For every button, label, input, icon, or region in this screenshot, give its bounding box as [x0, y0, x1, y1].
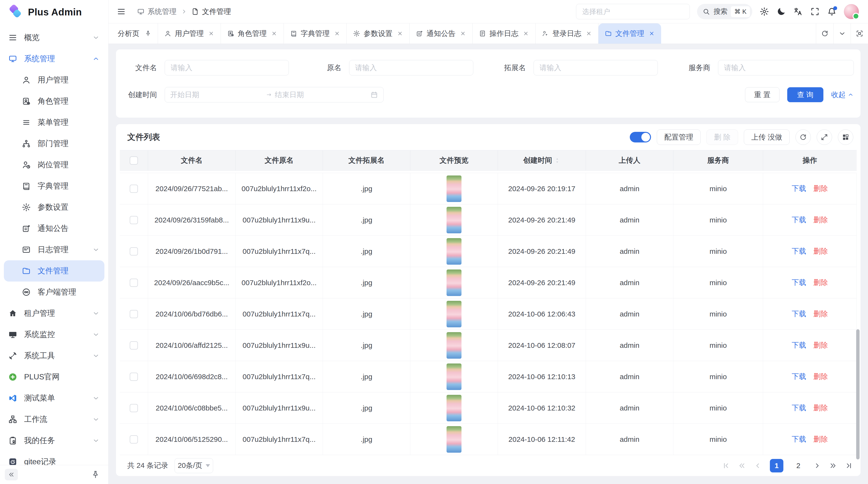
global-search[interactable]: 搜索 ⌘ K	[697, 4, 752, 19]
tab[interactable]: 登录日志	[535, 23, 598, 44]
breadcrumb-item[interactable]: 文件管理	[191, 7, 231, 17]
delete-link[interactable]: 删除	[813, 340, 828, 350]
collapse-filters-link[interactable]: 收起	[831, 90, 854, 100]
table-scrollbar-thumb[interactable]	[856, 329, 860, 459]
download-link[interactable]: 下载	[792, 246, 806, 256]
last-page-icon[interactable]	[845, 462, 853, 470]
column-header[interactable]: 文件原名	[236, 151, 323, 170]
column-header[interactable]: 服务商	[674, 151, 763, 170]
sidebar-item[interactable]: 系统监控	[4, 324, 104, 345]
tab[interactable]: 文件管理	[598, 23, 661, 44]
file-preview-image[interactable]	[446, 426, 462, 453]
sidebar-item[interactable]: 通知公告	[4, 218, 104, 239]
file-preview-image[interactable]	[446, 238, 462, 265]
close-icon[interactable]	[208, 30, 214, 37]
sidebar-item[interactable]: 我的任务	[4, 430, 104, 451]
tab[interactable]: 分析页	[112, 23, 158, 44]
download-link[interactable]: 下载	[792, 278, 806, 288]
sidebar-item[interactable]: 部门管理	[4, 133, 104, 154]
next-icon[interactable]	[813, 462, 821, 470]
prev-double-icon[interactable]	[738, 462, 746, 470]
row-checkbox[interactable]	[130, 185, 138, 193]
close-icon[interactable]	[397, 30, 403, 37]
row-checkbox[interactable]	[130, 310, 138, 318]
sidebar-item[interactable]: 岗位管理	[4, 154, 104, 175]
sidebar-item[interactable]: 系统工具	[4, 345, 104, 366]
delete-link[interactable]: 删除	[813, 403, 828, 413]
sidebar-collapse-button[interactable]	[5, 469, 18, 480]
user-avatar[interactable]	[844, 4, 859, 19]
download-link[interactable]: 下载	[792, 340, 806, 350]
sidebar-item[interactable]: PLUS官网	[4, 366, 104, 388]
sidebar-item[interactable]: 角色管理	[4, 91, 104, 112]
tab[interactable]: 字典管理	[284, 23, 347, 44]
sidebar-item[interactable]: 概览	[4, 27, 104, 48]
page-number[interactable]: 1	[770, 459, 783, 473]
tab[interactable]: 操作日志	[472, 23, 535, 44]
delete-link[interactable]: 删除	[813, 215, 828, 225]
filter-input[interactable]	[534, 60, 658, 75]
filter-input[interactable]	[165, 60, 289, 75]
delete-link[interactable]: 删除	[813, 309, 828, 319]
row-checkbox[interactable]	[130, 216, 138, 224]
download-link[interactable]: 下载	[792, 309, 806, 319]
upload-button[interactable]: 上传 没做	[744, 129, 789, 145]
sidebar-item[interactable]: 日志管理	[4, 239, 104, 260]
start-date-input[interactable]	[170, 91, 263, 99]
search-button[interactable]: 查 询	[787, 87, 824, 102]
sidebar-item[interactable]: 用户管理	[4, 69, 104, 91]
sidebar-item[interactable]: 客户端管理	[4, 282, 104, 303]
column-header[interactable]: 操作	[763, 151, 857, 170]
sidebar-item[interactable]: 租户管理	[4, 303, 104, 324]
file-preview-image[interactable]	[446, 207, 462, 233]
close-icon[interactable]	[334, 30, 340, 37]
tab[interactable]: 角色管理	[221, 23, 284, 44]
close-icon[interactable]	[586, 30, 592, 37]
row-checkbox[interactable]	[130, 341, 138, 350]
column-header[interactable]: 文件名	[148, 151, 236, 170]
download-link[interactable]: 下载	[792, 215, 806, 225]
file-preview-image[interactable]	[446, 269, 462, 296]
sidebar-item[interactable]: 菜单管理	[4, 112, 104, 133]
row-checkbox[interactable]	[130, 404, 138, 412]
file-preview-image[interactable]	[446, 395, 462, 421]
delete-link[interactable]: 删除	[813, 434, 828, 444]
tab[interactable]: 通知公告	[410, 23, 472, 44]
select-all-checkbox[interactable]	[130, 156, 138, 165]
sidebar-item[interactable]: 系统管理	[4, 48, 104, 69]
file-preview-image[interactable]	[446, 301, 462, 327]
config-manage-button[interactable]: 配置管理	[657, 129, 701, 145]
row-checkbox[interactable]	[130, 247, 138, 256]
download-link[interactable]: 下载	[792, 372, 806, 382]
filter-input[interactable]	[349, 60, 473, 75]
delete-button[interactable]: 删 除	[707, 129, 738, 145]
sort-icon[interactable]	[554, 156, 560, 165]
column-header[interactable]: 文件拓展名	[323, 151, 410, 170]
column-header[interactable]: 上传人	[586, 151, 674, 170]
sidebar-item[interactable]: 文件管理	[4, 260, 104, 282]
download-link[interactable]: 下载	[792, 434, 806, 444]
close-icon[interactable]	[271, 30, 277, 37]
reset-button[interactable]: 重 置	[745, 87, 779, 102]
column-header[interactable]: 创建时间	[498, 151, 586, 170]
search-panel-toggle[interactable]	[630, 132, 651, 142]
tab[interactable]: 用户管理	[158, 23, 221, 44]
next-double-icon[interactable]	[829, 462, 837, 470]
tab[interactable]: 参数设置	[347, 23, 410, 44]
close-icon[interactable]	[523, 30, 529, 37]
sidebar-item[interactable]: gitee记录	[4, 451, 104, 465]
pin-icon[interactable]	[145, 30, 151, 37]
first-page-icon[interactable]	[722, 462, 730, 470]
close-icon[interactable]	[460, 30, 466, 37]
close-icon[interactable]	[649, 30, 655, 37]
hamburger-icon[interactable]	[117, 7, 126, 16]
file-preview-image[interactable]	[446, 363, 462, 390]
row-checkbox[interactable]	[130, 373, 138, 381]
row-checkbox[interactable]	[130, 435, 138, 444]
page-number[interactable]: 2	[792, 459, 805, 473]
delete-link[interactable]: 删除	[813, 372, 828, 382]
pin-icon[interactable]	[91, 470, 100, 479]
delete-link[interactable]: 删除	[813, 184, 828, 194]
breadcrumb-item[interactable]: 系统管理	[137, 7, 177, 17]
filter-input[interactable]	[718, 60, 854, 75]
